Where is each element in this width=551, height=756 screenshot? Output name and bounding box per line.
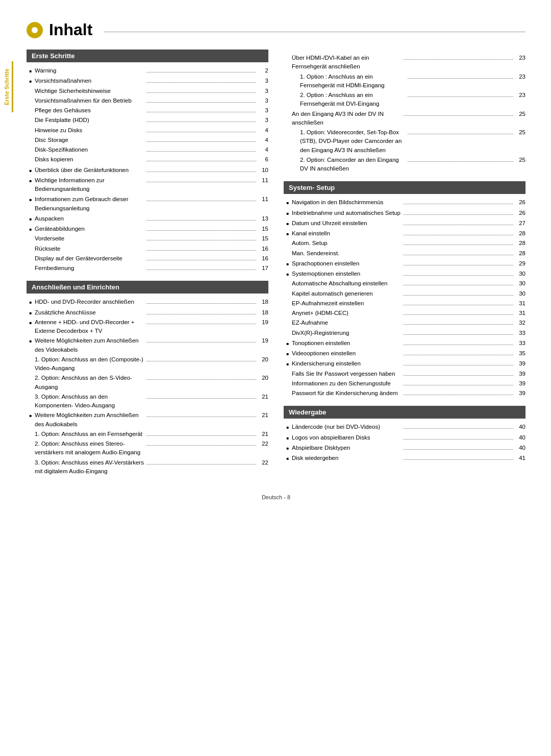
content-columns: Erste SchritteWarning2Vorsichtsmaßnahmen… (27, 50, 525, 484)
toc-item: Tonoptionen einstellen33 (284, 339, 525, 348)
toc-item: Disk-Spezifikationen4 (27, 145, 268, 154)
toc-item: Vorsichtsmaßnahmen3 (27, 77, 268, 85)
section-header: Wiedergabe (284, 406, 525, 419)
right-column: Über HDMI-/DVI-Kabel an ein Fernsehgerät… (284, 50, 525, 484)
toc-item: Navigation in den Bildschirmmenüs26 (284, 198, 525, 207)
toc-item: Systemoptionen einstellen30 (284, 270, 525, 278)
toc-item: Sprachoptionen einstellen29 (284, 259, 525, 268)
toc-item: Pflege des Gehäuses3 (27, 106, 268, 115)
toc-item: Geräteabbildungen15 (27, 225, 268, 233)
side-tab-text: Erste Schritte (4, 68, 10, 105)
main-content: Inhalt Erste SchritteWarning2Vorsichtsma… (16, 0, 551, 756)
toc-item: Kindersicherung einstellen39 (284, 359, 525, 368)
page-title: Inhalt (49, 20, 92, 39)
page-title-row: Inhalt (27, 20, 525, 39)
side-tab-label: Erste Schritte (4, 61, 13, 112)
page-wrapper: Erste Schritte Inhalt Erste SchritteWarn… (0, 0, 551, 756)
toc-item: An den Eingang AV3 IN oder DV IN anschli… (284, 110, 525, 128)
toc-item: Videooptionen einstellen35 (284, 349, 525, 358)
toc-item: Man. Sendereinst.28 (284, 249, 525, 258)
toc-item: Antenne + HDD- und DVD-Recorder + Extern… (27, 318, 268, 336)
toc-item: Weitere Möglichkeiten zum Anschließen de… (27, 411, 268, 429)
toc-item: Weitere Möglichkeiten zum Anschließen de… (27, 336, 268, 354)
toc-item: Vorderseite15 (27, 234, 268, 243)
toc-item: Rückseite16 (27, 245, 268, 253)
toc-item: Auspacken13 (27, 214, 268, 223)
toc-item: 3. Option: Anschluss eines AV-Verstärker… (27, 458, 268, 476)
toc-item: 1. Option: Videorecorder, Set-Top-Box (S… (284, 128, 525, 155)
section-header: Erste Schritte (27, 50, 268, 62)
toc-item: Logos von abspielbaren Disks40 (284, 433, 525, 442)
toc-item: Disc Storage4 (27, 136, 268, 144)
toc-item: 1. Option: Anschluss an ein Fernsehgerät… (27, 430, 268, 438)
toc-item: Zusätzliche Anschlüsse18 (27, 308, 268, 317)
toc-item: DivX(R)-Registrierung33 (284, 329, 525, 337)
toc-item: Disk wiedergeben41 (284, 454, 525, 462)
toc-item: 2. Option: Anschluss eines Stereo-verstä… (27, 440, 268, 457)
section-header: System- Setup (284, 181, 525, 194)
title-line (104, 32, 525, 32)
toc-item: Kapitel automatisch generieren30 (284, 289, 525, 298)
toc-item: Wichtige Informationen zur Bedienungsanl… (27, 176, 268, 194)
left-column: Erste SchritteWarning2Vorsichtsmaßnahmen… (27, 50, 268, 484)
toc-item: Kanal einstelln28 (284, 229, 525, 238)
side-tab: Erste Schritte (0, 0, 16, 756)
toc-item: Überblick über die Gerätefunktionen10 (27, 166, 268, 175)
toc-item: EZ-Aufnahme32 (284, 319, 525, 327)
toc-item: Wichtige Sicherheitshinweise3 (27, 87, 268, 95)
toc-item: 2. Option : Anschluss an ein Fernsehgerä… (284, 91, 525, 109)
toc-item: Informationen zu den Sicherungsstufe39 (284, 379, 525, 388)
toc-item: EP-Aufnahmezeit einstellen31 (284, 299, 525, 308)
toc-item: Abspielbare Disktypen40 (284, 444, 525, 452)
toc-item: 2. Option: Camcorder an den Eingang DV I… (284, 156, 525, 174)
toc-item: Automatische Abschaltung einstellen30 (284, 279, 525, 288)
section-header: Anschließen und Einrichten (27, 281, 268, 294)
toc-item: 3. Option: Anschluss an den Komponenten-… (27, 393, 268, 410)
toc-item: Hinweise zu Disks4 (27, 126, 268, 135)
footer: Deutsch - 8 (27, 494, 525, 500)
toc-item: Über HDMI-/DVI-Kabel an ein Fernsehgerät… (284, 54, 525, 71)
toc-item: 2. Option: Anschluss an den S-Video-Ausg… (27, 374, 268, 392)
toc-item: Ländercode (nur bei DVD-Videos)40 (284, 423, 525, 431)
toc-item: Passwort für die Kindersicherung ändern3… (284, 389, 525, 398)
toc-item: Fernbedienung17 (27, 264, 268, 273)
toc-item: Datum und Uhrzeit einstellen27 (284, 219, 525, 228)
toc-item: HDD- und DVD-Recorder anschließen18 (27, 298, 268, 306)
title-icon (27, 22, 43, 38)
toc-item: Falls Sie Ihr Passwort vergessen haben39 (284, 370, 525, 378)
toc-item: Warning2 (27, 66, 268, 75)
toc-item: 1. Option : Anschluss an ein Fernsehgerä… (284, 72, 525, 90)
toc-item: Informationen zum Gebrauch dieser Bedien… (27, 195, 268, 213)
toc-item: Display auf der Gerätevorderseite16 (27, 254, 268, 263)
toc-item: Inbetriebnahme und automatisches Setup26 (284, 209, 525, 217)
toc-item: Disks kopieren6 (27, 155, 268, 164)
toc-item: 1. Option: Anschluss an den (Composite-)… (27, 355, 268, 373)
toc-item: Vorsichtsmaßnahmen für den Betrieb3 (27, 96, 268, 105)
toc-item: Autom. Setup28 (284, 239, 525, 248)
toc-item: Die Festplatte (HDD)3 (27, 116, 268, 125)
toc-item: Anynet+ (HDMI-CEC)31 (284, 309, 525, 318)
